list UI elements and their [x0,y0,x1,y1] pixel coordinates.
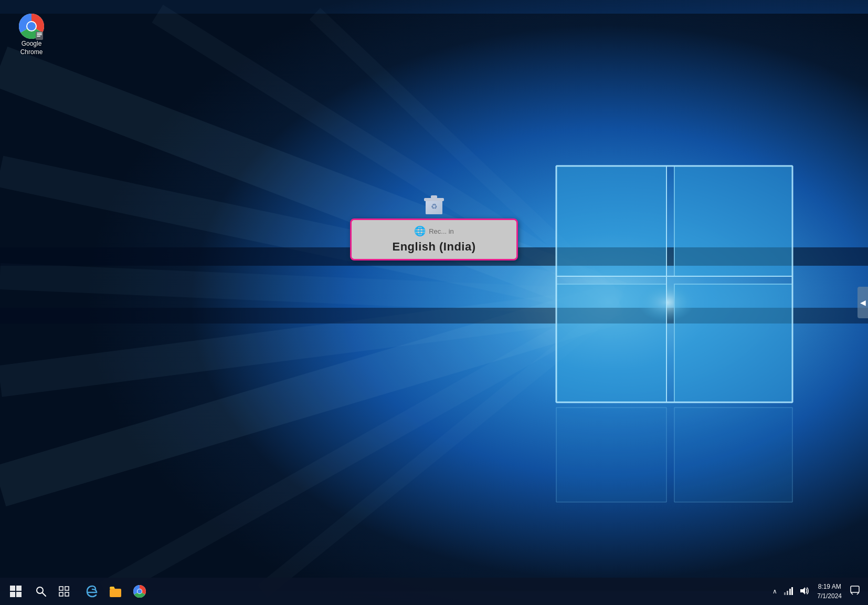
svg-rect-51 [784,592,786,595]
svg-point-12 [530,239,719,366]
svg-line-1 [0,66,619,302]
svg-rect-54 [791,587,793,595]
svg-marker-14 [674,166,792,276]
globe-icon: 🌐 [414,225,426,237]
desktop: Google Chrome ♻ 🌐 R [0,0,868,605]
svg-marker-16 [674,284,792,402]
edge-taskbar-icon[interactable] [80,580,103,603]
svg-rect-0 [0,14,868,591]
chrome-taskbar-icon[interactable] [128,580,151,603]
clock-date: 7/1/2024 [817,591,842,601]
svg-rect-40 [16,592,22,597]
svg-rect-52 [787,591,788,595]
start-button[interactable] [2,578,29,605]
svg-marker-17 [556,408,666,502]
recycle-bin-icon[interactable]: ♻ [420,189,448,216]
svg-line-42 [43,593,46,596]
language-name: English (India) [392,240,475,254]
svg-marker-15 [556,284,666,402]
svg-rect-11 [0,308,868,324]
svg-rect-53 [789,589,791,595]
search-button[interactable] [29,578,52,605]
clock-time: 8:19 AM [818,582,841,591]
chrome-icon-label: Google Chrome [13,40,50,56]
sidebar-handle[interactable]: ◀ [858,287,868,318]
svg-rect-35 [431,195,437,199]
svg-marker-55 [800,587,805,594]
svg-rect-29 [37,33,42,34]
svg-rect-56 [851,586,859,592]
system-clock[interactable]: 8:19 AM 7/1/2024 [813,582,846,601]
svg-rect-39 [10,592,15,597]
svg-point-27 [27,22,36,30]
recycle-area: ♻ 🌐 Rec... in English (India) [350,189,518,260]
network-tray-icon[interactable] [781,586,795,597]
svg-rect-31 [37,36,40,37]
svg-rect-30 [37,34,42,35]
svg-point-41 [37,587,43,593]
svg-rect-44 [65,587,69,590]
svg-line-4 [0,302,619,381]
svg-marker-13 [556,166,666,276]
show-hidden-icons[interactable]: ∧ [770,588,779,595]
svg-rect-37 [10,586,15,591]
language-tooltip[interactable]: 🌐 Rec... in English (India) [350,218,518,260]
svg-line-5 [0,302,619,486]
taskbar-apps [76,580,155,603]
file-explorer-taskbar-icon[interactable] [104,580,127,603]
svg-rect-47 [110,589,121,597]
svg-line-2 [0,171,619,302]
action-center-icon[interactable] [848,586,862,597]
svg-point-50 [137,589,142,593]
svg-rect-46 [65,592,69,596]
volume-tray-icon[interactable] [797,586,811,597]
svg-rect-38 [16,586,22,591]
tooltip-label: Rec... in [429,227,454,235]
task-view-button[interactable] [52,578,76,605]
svg-line-3 [0,276,619,302]
chrome-desktop-icon[interactable]: Google Chrome [10,11,52,58]
sidebar-arrow-icon: ◀ [860,298,866,307]
svg-line-8 [105,302,619,591]
svg-rect-43 [59,587,63,590]
taskbar: ∧ 8:19 AM 7/1/2 [0,578,868,605]
svg-marker-18 [674,408,792,502]
svg-text:♻: ♻ [431,202,438,211]
svg-line-9 [262,302,619,591]
svg-rect-45 [59,592,63,596]
desktop-icons: Google Chrome [10,11,52,58]
system-tray: ∧ 8:19 AM 7/1/2 [766,582,866,601]
tooltip-top-row: 🌐 Rec... in [414,225,454,237]
